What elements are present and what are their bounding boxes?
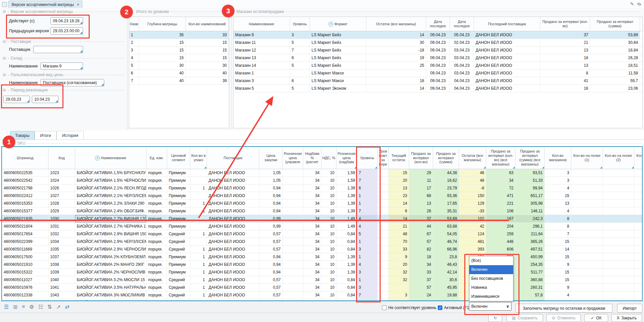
cell[interactable]: БИОЙОГ.АКТИВИА 2% МАНГО 290Г xyxy=(75,261,146,268)
cell[interactable]: 34 xyxy=(303,200,322,207)
cell[interactable]: 651,17 xyxy=(515,192,545,199)
cell[interactable]: 1 xyxy=(190,246,207,253)
cell[interactable]: 34 xyxy=(303,223,322,230)
status-filter-combobox[interactable]: Включен ∨ xyxy=(469,302,511,311)
cell[interactable]: Магазин 14 xyxy=(233,62,290,69)
cell[interactable]: 18 xyxy=(409,253,433,261)
cell[interactable] xyxy=(283,284,303,291)
cell[interactable]: БИОЙОГ.АКТИВИА 2.4% ОБОГ.БИФ. xyxy=(75,207,146,215)
cell[interactable]: 0,57 xyxy=(259,246,283,253)
cell[interactable]: Магазин 13 xyxy=(233,54,290,61)
cell[interactable]: 10 xyxy=(322,215,336,222)
cell[interactable]: 221 xyxy=(486,200,515,207)
cell[interactable]: ДАНОН БЕЛ ИООО xyxy=(474,54,540,61)
cell[interactable]: 1,39 xyxy=(336,184,357,192)
cell[interactable]: ДАНОН БЕЛ ИООО xyxy=(207,169,259,176)
cell[interactable] xyxy=(190,215,207,222)
cell[interactable]: 4600605017654 xyxy=(2,230,48,238)
cell[interactable]: 19,88 xyxy=(433,291,459,299)
cell[interactable]: 15 xyxy=(139,54,186,61)
cell[interactable]: 7 xyxy=(129,77,139,84)
cell[interactable]: Премиум xyxy=(167,223,190,230)
cell[interactable]: 1041 xyxy=(48,284,75,291)
dropdown-item[interactable]: Новинка xyxy=(469,283,513,292)
cell[interactable]: 3 xyxy=(357,284,378,291)
cell[interactable]: ДАНОН БЕЛ ИООО xyxy=(474,31,540,39)
cell[interactable]: 1024 xyxy=(48,177,75,184)
cell[interactable]: 360,88 xyxy=(515,276,545,283)
cell[interactable] xyxy=(634,261,643,268)
cell[interactable] xyxy=(283,291,303,299)
fill-matrix-button[interactable]: Заполнить матрицу по остаткам и продажам xyxy=(515,304,612,313)
cell[interactable] xyxy=(290,69,310,77)
cell[interactable]: ДАНОН БЕЛ ИООО xyxy=(207,215,259,222)
cell[interactable] xyxy=(603,169,634,176)
cell[interactable]: 6 xyxy=(290,54,310,61)
cell[interactable]: 0,94 xyxy=(259,268,283,276)
cell[interactable]: 15 xyxy=(389,169,409,176)
cell[interactable]: 15 xyxy=(545,276,571,283)
cell[interactable] xyxy=(571,261,603,268)
cell[interactable]: 1037 xyxy=(48,253,75,261)
column-header[interactable]: Уров факт за пери xyxy=(378,147,389,169)
cell[interactable]: 254,35 xyxy=(515,261,545,268)
cell[interactable]: порция. xyxy=(146,200,167,207)
cell[interactable]: 09.04.23 xyxy=(426,39,450,46)
cell[interactable]: ДАНОН БЕЛ ИООО xyxy=(207,276,259,283)
cell[interactable]: 39 xyxy=(186,77,229,84)
cell[interactable]: 7 xyxy=(357,291,378,299)
cell[interactable]: 30 xyxy=(186,62,229,69)
cell[interactable]: 305,98 xyxy=(515,200,545,207)
cell[interactable] xyxy=(283,230,303,238)
cell[interactable] xyxy=(571,192,603,199)
cell[interactable] xyxy=(378,169,389,176)
cell[interactable]: 30,6 xyxy=(433,276,459,283)
cell[interactable] xyxy=(378,223,389,230)
cell[interactable] xyxy=(378,268,389,276)
column-header[interactable]: ∧Формат xyxy=(310,17,366,31)
column-header[interactable]: Продано за интервал (кол-во) xyxy=(409,147,433,169)
cell[interactable]: 1,05 xyxy=(259,177,283,184)
cell[interactable]: 1,05 xyxy=(259,169,283,176)
cell[interactable]: 13 xyxy=(540,62,590,69)
cell[interactable]: 16,62 xyxy=(433,177,459,184)
cell[interactable] xyxy=(283,238,303,245)
cell[interactable]: 18 xyxy=(366,77,426,84)
sku-row[interactable]: 46006050110271040БИОЙОГ.АКТИВИА 3.2% МЮС… xyxy=(2,276,642,284)
supplier-field[interactable] xyxy=(33,46,83,53)
column-header[interactable]: Ценовой сегмент xyxy=(167,147,190,169)
cell[interactable]: 1,39 xyxy=(336,253,357,261)
cell[interactable]: 4 xyxy=(545,291,571,299)
cell[interactable]: 1030 xyxy=(48,215,75,222)
cell[interactable]: 34 xyxy=(409,261,433,268)
cell[interactable] xyxy=(378,184,389,192)
cell[interactable]: 15 xyxy=(139,47,186,54)
cell[interactable]: 4600605015322 xyxy=(2,268,48,276)
price-view-name-field[interactable]: Поставщика (согласованная) xyxy=(41,79,104,86)
level-row[interactable]: 41515 xyxy=(129,54,229,62)
cell[interactable]: 15 xyxy=(186,54,229,61)
column-header[interactable]: Кол-во наименований xyxy=(186,17,229,31)
cell[interactable]: 167 xyxy=(486,215,515,222)
cell[interactable]: 18,51 xyxy=(590,62,640,69)
cell[interactable]: 40 xyxy=(139,69,186,77)
cell[interactable]: порция. xyxy=(146,184,167,192)
cell[interactable]: 10 xyxy=(322,192,336,199)
cell[interactable]: 14 xyxy=(366,31,426,39)
cell[interactable]: БИОЙОГ.АКТИВИА 2% КЛУБН/ЗЕМЛ xyxy=(75,253,146,261)
cell[interactable]: 5 xyxy=(129,62,139,69)
cell[interactable] xyxy=(603,246,634,253)
column-header[interactable]: Уровень xyxy=(290,17,310,31)
cell[interactable]: 33 xyxy=(409,268,433,276)
cell[interactable] xyxy=(283,246,303,253)
cell[interactable] xyxy=(571,291,603,299)
cell[interactable]: 44 xyxy=(409,223,433,230)
cell[interactable] xyxy=(283,276,303,283)
cell[interactable]: LS Маркет Бейз xyxy=(310,31,366,39)
cell[interactable]: LS Маркет Бейз xyxy=(310,54,366,61)
cell[interactable]: 10 xyxy=(322,223,336,230)
cell[interactable]: 1 xyxy=(190,261,207,268)
cell[interactable]: 124 xyxy=(459,230,486,238)
cell[interactable]: 10 xyxy=(322,276,336,283)
cell[interactable] xyxy=(571,253,603,261)
